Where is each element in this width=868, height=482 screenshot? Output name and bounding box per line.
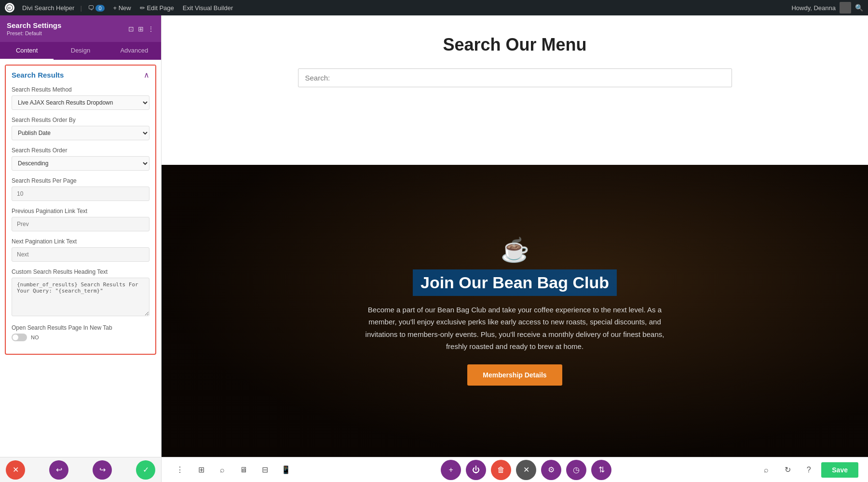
sort-button[interactable]: ⇅ [591, 460, 611, 480]
collapse-icon[interactable]: ∧ [144, 70, 149, 80]
search-input[interactable] [305, 74, 725, 82]
wp-logo-icon[interactable]: W [5, 3, 14, 13]
prev-link-field: Previous Pagination Link Text [12, 208, 149, 231]
order-by-label: Search Results Order By [12, 117, 149, 123]
prev-link-input[interactable] [12, 217, 149, 231]
add-element-button[interactable]: + [441, 460, 461, 480]
order-by-select[interactable]: Publish Date [12, 126, 149, 140]
order-select[interactable]: Descending [12, 156, 149, 171]
dark-content: ☕ Join Our Bean Bag Club Become a part o… [346, 227, 684, 395]
per-page-field: Search Results Per Page [12, 177, 149, 201]
builder-bar-left: ⋮ ⊞ ⌕ 🖥 ⊟ 📱 [171, 461, 295, 479]
delete-button[interactable]: 🗑 [491, 460, 511, 480]
next-link-label: Next Pagination Link Text [12, 238, 149, 245]
search-right-button[interactable]: ⌕ [758, 461, 775, 479]
comment-count: 0 [95, 5, 104, 12]
heading-textarea[interactable]: {number_of_results} Search Results For Y… [12, 278, 149, 316]
new-tab-toggle[interactable] [12, 334, 27, 341]
toggle-row: NO [12, 334, 149, 341]
section-header: Search Results ∧ [6, 66, 155, 84]
user-avatar[interactable] [840, 2, 851, 13]
panel-title: Search Settings [7, 21, 61, 29]
panel-content: Search Results ∧ Search Results Method L… [0, 60, 161, 457]
fullscreen-icon[interactable]: ⊡ [128, 25, 134, 33]
exit-visual-builder-link[interactable]: Exit Visual Builder [180, 4, 236, 12]
history-button[interactable]: ◷ [566, 460, 586, 480]
builder-bar-right: ⌕ ↻ ? Save [758, 461, 858, 479]
mobile-view-button[interactable]: 📱 [277, 461, 295, 479]
refresh-button[interactable]: ↻ [779, 461, 796, 479]
save-check-button[interactable]: ✓ [136, 460, 155, 480]
desktop-view-button[interactable]: 🖥 [235, 461, 252, 479]
search-icon[interactable]: 🔍 [855, 4, 863, 12]
order-label: Search Results Order [12, 147, 149, 154]
cta-button[interactable]: Membership Details [467, 364, 562, 386]
next-link-field: Next Pagination Link Text [12, 238, 149, 262]
order-field: Search Results Order Descending [12, 147, 149, 171]
dark-body-text: Become a part of our Bean Bag Club and t… [356, 304, 674, 353]
section-body: Search Results Method Live AJAX Search R… [6, 84, 155, 354]
heading-field: Custom Search Results Heading Text {numb… [12, 268, 149, 318]
method-field: Search Results Method Live AJAX Search R… [12, 86, 149, 110]
split-view-button[interactable]: ⊟ [256, 461, 273, 479]
tab-design[interactable]: Design [54, 42, 107, 60]
method-select[interactable]: Live AJAX Search Results Dropdown [12, 95, 149, 110]
section-title: Search Results [12, 71, 64, 79]
right-content: Search Our Menu ☕ Join Our Bean Bag Club… [162, 15, 868, 482]
new-tab-label: Open Search Results Page In New Tab [12, 324, 149, 331]
toggle-label: NO [31, 335, 39, 340]
undo-button[interactable]: ↩ [49, 460, 68, 480]
tab-advanced[interactable]: Advanced [108, 42, 161, 60]
per-page-label: Search Results Per Page [12, 177, 149, 184]
help-button[interactable]: ? [800, 461, 817, 479]
left-panel: Search Settings Preset: Default ⊡ ⊞ ⋮ Co… [0, 15, 162, 482]
cancel-button[interactable]: ✕ [6, 460, 25, 480]
order-by-field: Search Results Order By Publish Date [12, 117, 149, 140]
main-layout: Search Settings Preset: Default ⊡ ⊞ ⋮ Co… [0, 15, 868, 482]
more-icon[interactable]: ⋮ [148, 25, 154, 33]
new-tab-field: Open Search Results Page In New Tab NO [12, 324, 149, 341]
close-button[interactable]: ✕ [516, 460, 536, 480]
power-button[interactable]: ⏻ [466, 460, 486, 480]
panel-preset[interactable]: Preset: Default [7, 30, 61, 36]
settings-button[interactable]: ⚙ [541, 460, 561, 480]
redo-button[interactable]: ↪ [93, 460, 112, 480]
panel-header: Search Settings Preset: Default ⊡ ⊞ ⋮ [0, 15, 161, 42]
search-bar-wrapper [298, 68, 732, 87]
grid-view-button[interactable]: ⊞ [192, 461, 210, 479]
search-button[interactable]: ⌕ [214, 461, 231, 479]
edit-page-link[interactable]: ✏ Edit Page [137, 4, 177, 12]
divi-search-helper-link[interactable]: Divi Search Helper [19, 4, 77, 12]
builder-bar-center: + ⏻ 🗑 ✕ ⚙ ◷ ⇅ [441, 460, 611, 480]
white-section: Search Our Menu [162, 15, 868, 165]
user-greeting: Howdy, Deanna [791, 4, 836, 12]
svg-text:W: W [8, 6, 11, 10]
prev-link-label: Previous Pagination Link Text [12, 208, 149, 214]
dark-heading: Join Our Bean Bag Club [413, 269, 617, 296]
columns-icon[interactable]: ⊞ [138, 25, 144, 33]
method-label: Search Results Method [12, 86, 149, 93]
separator: | [80, 4, 81, 12]
page-title: Search Our Menu [443, 35, 586, 55]
next-link-input[interactable] [12, 247, 149, 262]
new-link[interactable]: + New [110, 4, 134, 12]
panel-header-icons: ⊡ ⊞ ⋮ [128, 25, 154, 33]
per-page-input[interactable] [12, 187, 149, 201]
panel-tabs: Content Design Advanced [0, 42, 161, 60]
tab-content[interactable]: Content [0, 42, 54, 60]
coffee-icon: ☕ [356, 237, 674, 264]
builder-bar: ⋮ ⊞ ⌕ 🖥 ⊟ 📱 + ⏻ 🗑 ✕ ⚙ ◷ ⇅ ⌕ ↻ ? Save [162, 457, 868, 482]
more-options-button[interactable]: ⋮ [171, 461, 189, 479]
panel-bottom: ✕ ↩ ↪ ✓ [0, 457, 161, 482]
dark-section: ☕ Join Our Bean Bag Club Become a part o… [162, 165, 868, 457]
heading-label: Custom Search Results Heading Text [12, 268, 149, 275]
search-results-section: Search Results ∧ Search Results Method L… [5, 65, 156, 355]
top-bar-right: Howdy, Deanna 🔍 [791, 2, 863, 13]
comments-link[interactable]: 🗨 0 [85, 4, 108, 12]
top-bar: W Divi Search Helper | 🗨 0 + New ✏ Edit … [0, 0, 868, 15]
save-button[interactable]: Save [821, 462, 858, 478]
